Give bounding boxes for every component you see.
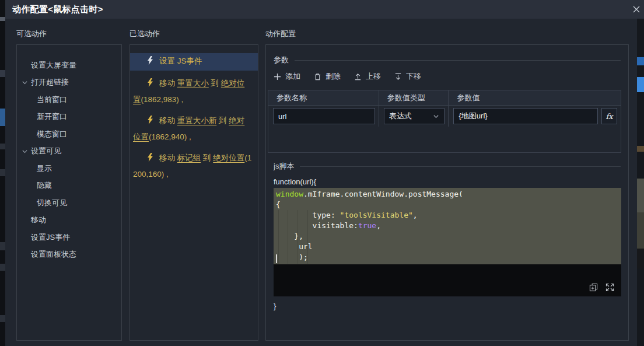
tree-item-label: 设置JS事件 [31,232,70,243]
tree-item-top[interactable]: 设置JS事件 [17,229,121,246]
tree-item-child[interactable]: 新开窗口 [17,109,121,126]
action-target-link[interactable]: 标记组 [177,153,201,162]
code-lines: window.mIframe.contentWindow.postMessage… [276,189,621,263]
tree-item-label: 设置面板状态 [31,249,76,260]
plus-icon [274,73,281,81]
js-code-editor[interactable]: window.mIframe.contentWindow.postMessage… [274,188,621,296]
indent-guide [288,210,288,264]
tree-item-child[interactable]: 显示 [17,160,121,177]
tree-item-parent[interactable]: 设置可见 [17,143,121,160]
selected-actions-list: 设置 JS事件移动 重置大小 到 绝对位置(1862,983) ,移动 重置大小… [130,45,258,183]
move-down-button[interactable]: 下移 [394,71,421,82]
code-line: { [276,200,621,210]
code-token: ); [276,253,308,261]
param-type-value: 表达式 [389,111,433,121]
fx-expression-button[interactable]: fx [601,108,617,124]
backdrop-fragment [637,249,644,268]
backdrop-fragment [0,144,5,149]
selected-action-item[interactable]: 移动 重置大小新 到 绝对位置(1862,940) , [130,113,258,145]
action-config-label: 动作配置 [265,29,296,39]
tree-item-label: 显示 [37,163,52,174]
selected-action-item[interactable]: 移动 标记组 到 绝对位置(1200,160) , [130,150,258,183]
tree-item-child[interactable]: 当前窗口 [17,91,121,109]
param-name-input[interactable] [273,108,375,124]
copy-icon[interactable] [589,283,598,292]
action-target-link[interactable]: 重置大小新 [177,116,217,125]
param-value-header: 参数值 [449,90,621,105]
tree-item-parent[interactable]: 打开超链接 [17,74,121,92]
action-config-dialog: 动作配置<鼠标点击时> 可选动作 已选动作 动作配置 设置大屏变量打开超链接当前… [5,0,644,346]
backdrop-left [0,0,5,346]
action-text: (1862,940) , [149,132,191,141]
chevron-down-icon [22,79,28,86]
action-target-link[interactable]: 重置大小 [177,79,209,88]
chevron-down-icon [22,148,28,155]
tree-item-label: 移动 [31,215,46,225]
selected-action-item[interactable]: 移动 重置大小 到 绝对位置(1862,983) , [130,75,258,108]
expand-icon[interactable] [606,283,614,292]
selected-actions-label: 已选动作 [130,29,160,39]
action-tree: 设置大屏变量打开超链接当前窗口新开窗口模态窗口设置可见显示隐藏切换可见移动设置J… [17,45,121,263]
section-divider [300,166,621,167]
lightning-icon [147,152,153,167]
move-down-label: 下移 [406,71,421,82]
backdrop-fragment [0,70,5,77]
close-button[interactable] [632,5,641,14]
backdrop-right [637,19,644,346]
action-text: 移动 [159,79,177,88]
action-text: 到 [209,79,221,88]
tree-item-label: 模态窗口 [37,129,67,139]
add-param-button[interactable]: 添加 [274,71,300,82]
param-value-cell: fx [449,106,621,127]
tree-item-child[interactable]: 切换可见 [17,194,121,212]
param-type-header: 参数值类型 [379,90,449,105]
function-close-text: } [274,302,276,310]
param-type-select[interactable]: 表达式 [384,108,445,124]
code-line: url [276,242,621,252]
tree-item-child[interactable]: 隐藏 [17,177,121,195]
code-token: { [276,200,281,209]
delete-param-button[interactable]: 删除 [314,71,341,82]
code-token: "toolsVisitable" [340,211,413,219]
tree-item-top[interactable]: 设置大屏变量 [17,57,121,74]
code-token: window [276,190,303,198]
backdrop-fragment [0,109,5,126]
params-table-header: 参数名称 参数值类型 参数值 [268,90,621,106]
param-type-cell: 表达式 [379,106,449,127]
available-actions-panel: 设置大屏变量打开超链接当前窗口新开窗口模态窗口设置可见显示隐藏切换可见移动设置J… [16,44,122,341]
action-text: 到 [216,116,229,125]
code-token: , [413,211,418,219]
tree-item-label: 新开窗口 [37,111,67,122]
param-name-cell [268,106,379,127]
selected-action-item[interactable]: 设置 JS事件 [130,53,258,71]
lightning-icon [147,77,153,92]
action-text: (1862,983) , [141,95,184,104]
tree-item-child[interactable]: 模态窗口 [17,125,121,143]
section-divider [295,60,621,61]
chevron-down-icon [433,113,439,120]
code-token: visitable: [276,221,358,230]
trash-icon [314,73,321,81]
code-line: ); [276,252,621,263]
action-target-link[interactable]: 绝对位置 [213,153,244,162]
tree-item-label: 当前窗口 [37,95,67,105]
action-text: 移动 [159,153,177,162]
script-section-label: js脚本 [274,161,294,172]
params-section-label: 参数 [274,55,289,65]
backdrop-fragment [0,169,5,176]
tree-item-label: 设置大屏变量 [31,60,76,71]
selected-actions-panel: 设置 JS事件移动 重置大小 到 绝对位置(1862,983) ,移动 重置大小… [130,44,258,341]
tree-item-top[interactable]: 移动 [17,212,121,229]
action-config-panel: 参数 添加 删除 上移 下移 [265,44,629,341]
code-token: }, [276,232,303,240]
move-down-icon [394,73,402,81]
params-table: 参数名称 参数值类型 参数值 表达式 [268,90,621,153]
code-line: type: "toolsVisitable", [276,210,621,221]
code-token: .mIframe.contentWindow.postMessage( [303,190,463,198]
tree-item-top[interactable]: 设置面板状态 [17,246,121,264]
move-up-button[interactable]: 上移 [354,71,381,82]
param-value-input[interactable] [453,108,598,124]
dialog-body: 可选动作 已选动作 动作配置 设置大屏变量打开超链接当前窗口新开窗口模态窗口设置… [5,19,644,346]
backdrop-fragment [637,212,644,249]
code-token: , [376,221,381,230]
